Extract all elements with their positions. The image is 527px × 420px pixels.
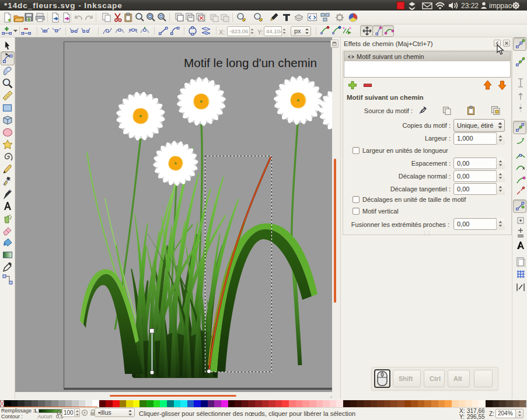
svg-text:Motif le long d'un chemin: Motif le long d'un chemin (184, 57, 317, 69)
